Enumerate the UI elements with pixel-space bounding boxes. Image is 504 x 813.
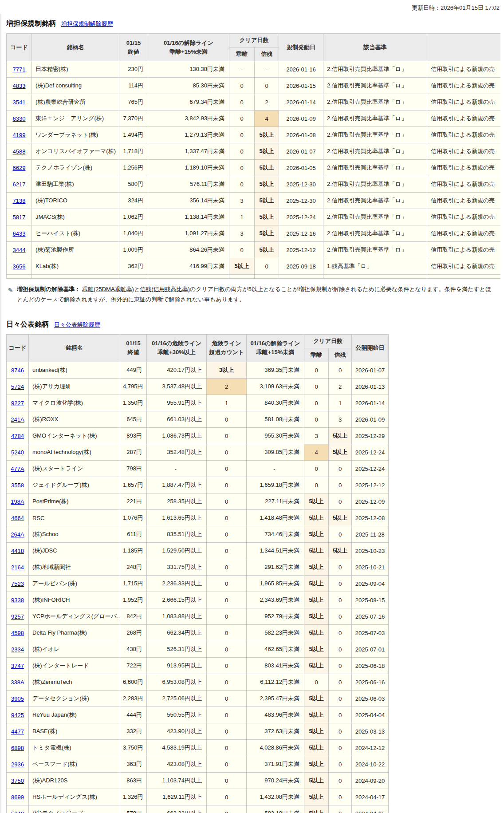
stock-code-link[interactable]: 7771 xyxy=(13,66,26,73)
stock-code-link[interactable]: 3905 xyxy=(11,695,24,702)
stock-code-link[interactable]: 6898 xyxy=(11,745,24,751)
stock-code-link[interactable]: 5817 xyxy=(13,214,26,221)
stock-code-link[interactable]: 8746 xyxy=(11,367,24,374)
cell-code: 8699 xyxy=(7,789,29,805)
stock-code-link[interactable]: 3558 xyxy=(11,482,24,489)
cell-release: 1,337.47円未満 xyxy=(148,143,229,160)
cell-count: 3以上 xyxy=(207,362,247,379)
cell-kairi: 5以上 xyxy=(304,691,329,707)
cell-shinzan: 3 xyxy=(329,411,352,428)
margin-regulation-history-link[interactable]: 増担保規制解除履歴 xyxy=(61,20,113,27)
stock-code-link[interactable]: 2334 xyxy=(11,646,24,653)
cell-name: (株)インタートレード xyxy=(29,658,120,674)
cell-count: 0 xyxy=(207,428,247,444)
stock-code-link[interactable]: 4199 xyxy=(13,132,26,138)
cell-shinzan: 0 xyxy=(329,559,352,576)
cell-danger: 352.48円以上 xyxy=(147,444,207,461)
stock-code-link[interactable]: 6629 xyxy=(13,165,26,171)
cell-open: 2024-09-20 xyxy=(352,773,389,789)
cell-name: (株)Def consulting xyxy=(32,78,119,94)
cell-shinzan: 4 xyxy=(255,111,279,127)
stock-code-link[interactable]: 4833 xyxy=(13,83,26,89)
cell-release: 85.30円未満 xyxy=(148,78,229,94)
stock-code-link[interactable]: 5240 xyxy=(11,449,24,456)
stock-code-link[interactable]: 477A xyxy=(11,466,24,472)
stock-code-link[interactable]: 6330 xyxy=(13,115,26,122)
note-term-link[interactable]: 信残(信用残高比率) xyxy=(140,286,190,292)
cell-name: (株)JDSC xyxy=(29,543,120,559)
stock-code-link[interactable]: 2936 xyxy=(11,761,24,768)
table-row: 4784GMOインターネット(株)893円1,086.73円以上0955.30円… xyxy=(7,428,389,444)
stock-code-link[interactable]: 9257 xyxy=(11,613,24,620)
stock-code-link[interactable]: 9338 xyxy=(11,597,24,604)
stock-code-link[interactable]: 9227 xyxy=(11,400,24,406)
stock-code-link[interactable]: 4664 xyxy=(11,515,24,521)
cell-kairi: 3 xyxy=(229,225,255,242)
cell-name: RSC xyxy=(29,510,120,526)
stock-code-link[interactable]: 8699 xyxy=(11,794,24,801)
cell-danger: 1,629.11円以上 xyxy=(147,789,207,805)
note-label: 増担保規制の解除基準： xyxy=(17,286,80,292)
cell-release: 840.30円未満 xyxy=(247,395,304,411)
stock-code-link[interactable]: 3541 xyxy=(13,99,26,106)
cell-count: 0 xyxy=(207,444,247,461)
stock-code-link[interactable]: 264A xyxy=(11,531,24,538)
table-spacer-row xyxy=(7,275,501,279)
stock-code-link[interactable]: 3747 xyxy=(11,663,24,669)
table-row: 4598Delta-Fly Pharma(株)268円662.34円以上0582… xyxy=(7,625,389,641)
cell-code: 2164 xyxy=(7,559,29,576)
cell-shinzan: 0 xyxy=(255,258,279,275)
cell-release: - xyxy=(247,461,304,477)
cell-open: 2025-03-13 xyxy=(352,723,389,740)
table-row: 3747(株)インタートレード722円913.95円以上0803.41円未満5以… xyxy=(7,658,389,674)
cell-name: HSホールディングス(株) xyxy=(29,789,120,805)
cell-count: 0 xyxy=(207,559,247,576)
cell-shinzan: 0 xyxy=(329,493,352,510)
cell-danger: 2,725.06円以上 xyxy=(147,691,207,707)
cell-kairi: - xyxy=(229,61,255,78)
cell-release: 955.30円未満 xyxy=(247,428,304,444)
cell-danger: 2,236.33円以上 xyxy=(147,576,207,592)
cell-shinzan: 5以上 xyxy=(329,510,352,526)
spacer-cell xyxy=(148,275,229,279)
stock-code-link[interactable]: 7523 xyxy=(11,580,24,587)
cell-kairi: 4 xyxy=(304,444,329,461)
cell-shinzan: - xyxy=(255,61,279,78)
table-row: 9257YCPホールディングス(グローバ..842円1,083.88円以上095… xyxy=(7,608,389,625)
cell-shinzan: 0 xyxy=(329,461,352,477)
stock-code-link[interactable]: 5248 xyxy=(11,810,24,813)
cell-close: 1,657円 xyxy=(120,477,147,493)
cell-kairi: 5以上 xyxy=(304,789,329,805)
daily-disclosure-history-link[interactable]: 日々公表解除履歴 xyxy=(54,321,100,328)
cell-kairi: 0 xyxy=(304,674,329,691)
stock-code-link[interactable]: 2164 xyxy=(11,564,24,571)
cell-close: 230円 xyxy=(119,61,148,78)
stock-code-link[interactable]: 198A xyxy=(11,498,24,505)
cell-open: 2025-06-16 xyxy=(352,674,389,691)
stock-code-link[interactable]: 6217 xyxy=(13,181,26,188)
stock-code-link[interactable]: 5724 xyxy=(11,383,24,390)
cell-kijun: 2.信用取引売買比率基準「ロ」 xyxy=(323,61,427,78)
stock-code-link[interactable]: 4418 xyxy=(11,548,24,554)
stock-code-link[interactable]: 7138 xyxy=(13,197,26,204)
stock-code-link[interactable]: 6433 xyxy=(13,230,26,237)
stock-code-link[interactable]: 9425 xyxy=(11,712,24,718)
cell-danger: 331.75円以上 xyxy=(147,559,207,576)
stock-code-link[interactable]: 3444 xyxy=(13,247,26,253)
cell-code: 3750 xyxy=(7,773,29,789)
stock-code-link[interactable]: 241A xyxy=(11,416,24,423)
note-term-link[interactable]: 乖離(25DMA乖離率) xyxy=(82,286,134,292)
stock-code-link[interactable]: 3656 xyxy=(13,263,26,270)
stock-code-link[interactable]: 4598 xyxy=(11,630,24,636)
stock-code-link[interactable]: 4477 xyxy=(11,728,24,735)
stock-code-link[interactable]: 338A xyxy=(11,679,24,686)
stock-code-link[interactable]: 3750 xyxy=(11,777,24,784)
cell-close: 863円 xyxy=(120,773,147,789)
cell-kijun: 2.信用取引売買比率基準「ロ」 xyxy=(323,94,427,111)
cell-release: 952.79円未満 xyxy=(247,608,304,625)
stock-code-link[interactable]: 4588 xyxy=(13,148,26,155)
table-row: 3558ジェイドグループ(株)1,657円1,887.47円以上01,659.1… xyxy=(7,477,389,493)
stock-code-link[interactable]: 4784 xyxy=(11,433,24,439)
cell-open: 2025-10-21 xyxy=(352,559,389,576)
table-row: 7771日本精密(株)230円130.38円未満--2026-01-162.信用… xyxy=(7,61,501,78)
